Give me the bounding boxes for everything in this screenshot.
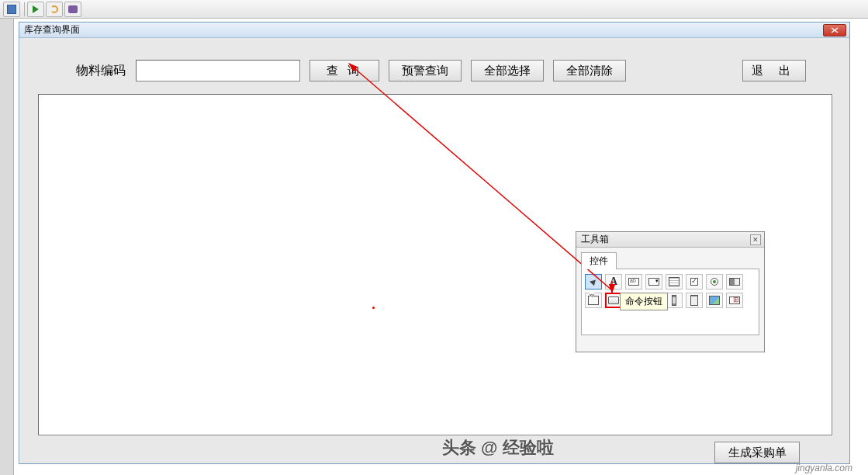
design-icon <box>68 5 78 13</box>
toggle-icon <box>729 278 740 286</box>
query-button[interactable]: 查 询 <box>310 60 379 81</box>
select-all-button[interactable]: 全部选择 <box>471 60 544 81</box>
toolbox-tab-controls[interactable]: 控件 <box>581 252 617 269</box>
userform-titlebar[interactable]: 库存查询界面 <box>19 23 849 38</box>
tool-listbox[interactable] <box>666 274 683 290</box>
play-icon <box>33 5 39 13</box>
toolbar-reset-button[interactable] <box>46 2 63 17</box>
annotation-dot <box>372 307 375 309</box>
watermark-url: jingyanla.com <box>796 463 852 473</box>
tool-checkbox[interactable] <box>686 274 703 290</box>
userform-title: 库存查询界面 <box>24 23 80 36</box>
tool-textbox[interactable] <box>625 274 642 290</box>
commandbutton-icon <box>608 296 619 304</box>
toolbar-save-button[interactable] <box>3 2 20 17</box>
app-frame: 库存查询界面 物料编码 查 询 预警查询 全部选择 全部清除 退 出 <box>0 0 868 475</box>
tool-togglebutton[interactable] <box>726 274 743 290</box>
toolbox-titlebar[interactable]: 工具箱 ✕ <box>576 232 764 248</box>
toolbox-close-button[interactable]: ✕ <box>750 234 761 245</box>
scrollbar-icon <box>672 295 676 306</box>
query-row: 物料编码 查 询 预警查询 全部选择 全部清除 退 出 <box>66 60 806 81</box>
design-surface[interactable]: 库存查询界面 物料编码 查 询 预警查询 全部选择 全部清除 退 出 <box>14 19 868 475</box>
close-button[interactable] <box>823 24 846 36</box>
clear-all-button[interactable]: 全部清除 <box>553 60 626 81</box>
toolbox-panel: A <box>581 269 759 335</box>
save-icon <box>7 5 16 14</box>
listbox-icon <box>669 277 680 286</box>
combobox-icon <box>648 278 659 286</box>
close-icon: ✕ <box>752 236 759 244</box>
tool-label[interactable]: A <box>605 274 622 290</box>
material-label: 物料编码 <box>66 60 136 81</box>
tool-image[interactable] <box>706 293 723 308</box>
tool-spinbutton[interactable] <box>686 293 703 308</box>
toolbar-design-button[interactable] <box>64 2 81 17</box>
material-input[interactable] <box>136 60 300 81</box>
tool-combobox[interactable] <box>645 274 662 290</box>
tool-frame[interactable] <box>585 293 602 308</box>
checkbox-icon <box>690 278 698 286</box>
close-icon <box>831 27 839 33</box>
exit-button[interactable]: 退 出 <box>742 60 806 81</box>
toolbox-tooltip: 命令按钮 <box>620 293 668 310</box>
tool-row-1: A <box>585 274 756 290</box>
tool-optionbutton[interactable] <box>706 274 723 290</box>
pointer-icon <box>590 278 598 286</box>
refedit-icon <box>729 296 740 304</box>
tool-pointer[interactable] <box>585 274 602 290</box>
ide-toolbar <box>0 0 868 19</box>
reset-icon <box>50 5 58 13</box>
toolbox-body: 控件 A <box>576 248 764 340</box>
radio-icon <box>711 278 718 286</box>
watermark-text: 头条 @ 经验啦 <box>442 436 554 459</box>
generate-po-button[interactable]: 生成采购单 <box>714 442 800 463</box>
frame-icon <box>588 296 599 305</box>
toolbar-run-button[interactable] <box>27 2 44 17</box>
spinbutton-icon <box>690 295 698 306</box>
left-gutter <box>0 19 14 475</box>
tool-row-2 <box>585 293 756 308</box>
tool-scrollbar[interactable] <box>666 293 683 308</box>
alert-query-button[interactable]: 预警查询 <box>389 60 462 81</box>
tool-refedit[interactable] <box>726 293 743 308</box>
textbox-icon <box>628 278 639 286</box>
toolbar-separator <box>24 2 25 16</box>
toolbox-window[interactable]: 工具箱 ✕ 控件 A <box>576 231 765 352</box>
image-icon <box>709 296 720 305</box>
toolbox-title: 工具箱 <box>581 233 609 246</box>
label-icon: A <box>610 276 617 288</box>
